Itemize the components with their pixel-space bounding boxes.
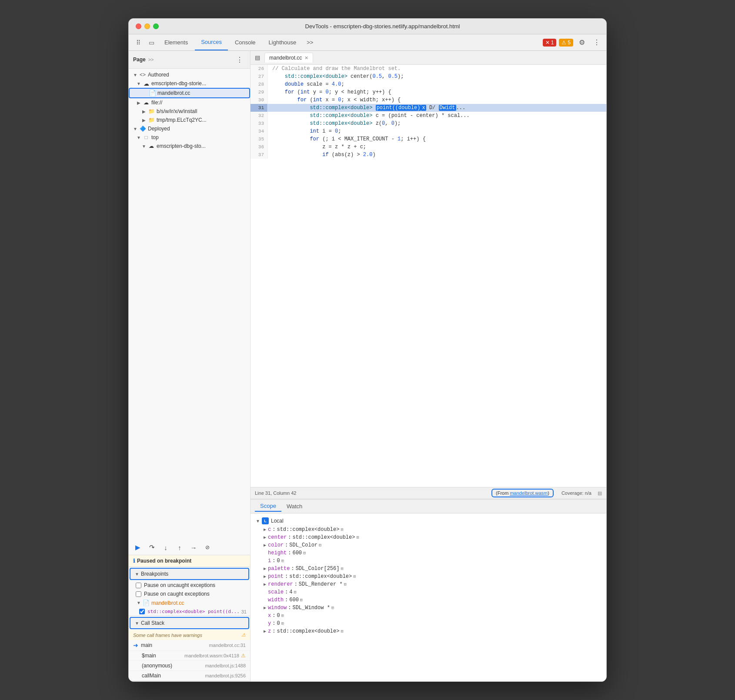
more-options-icon[interactable]: ⋮ (591, 37, 603, 49)
tree-item-mandelbrot-cc[interactable]: 📄 mandelbrot.cc (129, 88, 250, 98)
tree-item-emscripten-deployed[interactable]: ▼ ☁ emscripten-dbg-sto... (129, 142, 250, 150)
colon: : (272, 613, 275, 619)
tree-item-deployed[interactable]: ▼ 🔷 Deployed (129, 124, 250, 133)
var-name: renderer (268, 581, 293, 587)
pause-uncaught-item[interactable]: Pause on uncaught exceptions (129, 581, 250, 590)
warning-triangle-icon: ⚠ (561, 40, 566, 46)
frame-name: $main (142, 653, 184, 659)
expand-arrow: ▶ (264, 566, 266, 571)
warning-count: 5 (568, 40, 571, 46)
tab-close-icon[interactable]: ✕ (304, 55, 308, 61)
arrow-icon: ▼ (132, 126, 138, 132)
code-content: for (int y = 0; y < height; y++) { (268, 88, 606, 96)
breakpoints-title: Breakpoints (141, 571, 168, 577)
step-over-button[interactable]: ↷ (146, 542, 157, 553)
bp-entry-1[interactable]: std::complex<double> point((d... 31 (129, 607, 250, 616)
traffic-lights (136, 23, 159, 29)
tree-item-install[interactable]: ▶ 📁 b/s/w/ir/x/w/install (129, 107, 250, 116)
colon: : (291, 566, 294, 572)
file-tab-mandelbrot[interactable]: mandelbrot.cc ✕ (264, 53, 313, 63)
scope-var-point[interactable]: ▶ point : std::complex<double> ⊞ (255, 573, 602, 580)
settings-icon[interactable]: ⚙ (576, 37, 588, 49)
sidebar-more-icon[interactable]: ⋮ (234, 53, 246, 66)
scope-var-z[interactable]: ▶ z : std::complex<double> ⊞ (255, 627, 602, 635)
code-line-28: 28 double scale = 4.0; (251, 80, 606, 88)
step-into-button[interactable]: ↓ (160, 542, 171, 553)
arrow-icon: ▶ (141, 117, 147, 123)
tab-sources[interactable]: Sources (195, 34, 228, 50)
wasm-link[interactable]: mandelbrot.wasm (510, 490, 548, 496)
tab-scope[interactable]: Scope (255, 501, 281, 512)
scope-var-color[interactable]: ▶ color : SDL_Color ⊞ (255, 541, 602, 549)
step-out-button[interactable]: ↑ (174, 542, 185, 553)
arrow-icon: ▼ (134, 620, 140, 626)
breakpoints-header[interactable]: ▼ Breakpoints (130, 568, 249, 580)
arrow-icon: ▼ (255, 518, 261, 524)
colon: : (285, 589, 288, 595)
tree-item-emscripten[interactable]: ▼ ☁ emscripten-dbg-storie... (129, 79, 250, 88)
call-frame-main[interactable]: ➜ main mandelbrot.cc:31 (129, 640, 250, 651)
tree-item-file[interactable]: ▶ ☁ file:// (129, 98, 250, 107)
minimize-button[interactable] (144, 23, 150, 29)
var-name: window (268, 605, 287, 611)
warning-badge[interactable]: ⚠ 5 (559, 39, 573, 47)
var-name: c (268, 527, 271, 533)
call-frame-anonymous[interactable]: (anonymous) mandelbrot.js:1488 (129, 661, 250, 671)
cloud-icon: ☁ (148, 143, 155, 150)
tab-console[interactable]: Console (229, 34, 262, 50)
call-frame-smain[interactable]: $main mandelbrot.wasm:0x4118 ⚠ (129, 651, 250, 661)
var-value: std::complex<double> (292, 534, 355, 540)
tree-item-tmp[interactable]: ▶ 📁 tmp/tmp.ELcTq2YC... (129, 116, 250, 124)
scope-var-palette[interactable]: ▶ palette : SDL_Color[256] ⊞ (255, 565, 602, 573)
var-name: color (268, 542, 284, 548)
error-badge[interactable]: ✕ 1 (543, 39, 557, 47)
resume-button[interactable]: ▶ (132, 542, 144, 553)
tab-elements[interactable]: Elements (158, 34, 194, 50)
frame-name: main (141, 642, 209, 648)
line-number: 36 (251, 143, 268, 151)
var-name: point (268, 573, 284, 580)
line-number: 29 (251, 88, 268, 96)
scope-var-c[interactable]: ▶ c : std::complex<double> ⊞ (255, 526, 602, 533)
tree-item-top[interactable]: ▼ □ top (129, 133, 250, 142)
wasm-grid-icon: ⊞ (344, 582, 347, 587)
sidebar-toggle-icon[interactable]: ▤ (252, 53, 263, 63)
call-frame-callmain[interactable]: callMain mandelbrot.js:9256 (129, 671, 250, 681)
deactivate-button[interactable]: ⊘ (202, 542, 213, 553)
scope-var-window[interactable]: ▶ window : SDL_Window * ⊞ (255, 604, 602, 612)
device-icon[interactable]: ▭ (145, 37, 157, 49)
pause-caught-checkbox[interactable] (136, 591, 141, 597)
cursor-icon[interactable]: ⠿ (132, 37, 144, 49)
code-content: std::complex<double> z(0, 0); (268, 120, 606, 127)
scope-var-center[interactable]: ▶ center : std::complex<double> ⊞ (255, 533, 602, 541)
scope-var-renderer[interactable]: ▶ renderer : SDL_Renderer * ⊞ (255, 580, 602, 588)
wasm-grid-icon: ⊞ (319, 543, 321, 548)
callstack-header[interactable]: ▼ Call Stack (130, 617, 249, 629)
tree-item-authored[interactable]: ▼ <> Authored (129, 70, 250, 79)
wasm-grid-icon: ⊞ (294, 590, 296, 595)
tab-lighthouse[interactable]: Lighthouse (263, 34, 303, 50)
bp-checkbox-1[interactable] (139, 609, 145, 614)
tabs-more-button[interactable]: >> (303, 37, 317, 47)
close-button[interactable] (136, 23, 141, 29)
scope-var-height: ▶ height : 600 ⊞ (255, 549, 602, 557)
error-x-icon: ✕ (545, 40, 550, 46)
code-editor[interactable]: 26 // Calculate and draw the Mandelbrot … (251, 65, 606, 487)
warning-triangle-icon: ⚠ (241, 632, 246, 638)
step-button[interactable]: → (188, 542, 199, 553)
pause-caught-item[interactable]: Pause on caught exceptions (129, 590, 250, 598)
expand-arrow: ▶ (264, 574, 266, 579)
code-line-26: 26 // Calculate and draw the Mandelbrot … (251, 65, 606, 73)
local-section-header[interactable]: ▼ L Local (255, 516, 602, 526)
callstack-warning: Some call frames have warnings ⚠ (129, 630, 250, 640)
colon: : (294, 581, 297, 587)
var-value: std::complex<double> (277, 527, 339, 533)
code-line-35: 35 for (; i < MAX_ITER_COUNT - 1; i++) { (251, 135, 606, 143)
tab-watch[interactable]: Watch (281, 501, 307, 511)
var-value: SDL_Renderer * (299, 581, 343, 587)
var-value: SDL_Color (289, 542, 317, 548)
bp-file-header[interactable]: ▼ 📄 mandelbrot.cc (129, 598, 250, 607)
maximize-button[interactable] (153, 23, 159, 29)
wasm-grid-icon: ⊞ (281, 558, 284, 563)
pause-uncaught-checkbox[interactable] (136, 583, 141, 588)
